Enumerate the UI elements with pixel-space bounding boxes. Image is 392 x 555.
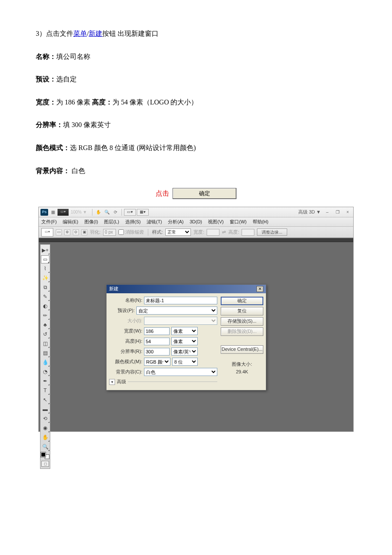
- doc-arrange-dropdown[interactable]: ▭▾: [58, 209, 69, 216]
- advanced-divider: [128, 382, 217, 382]
- shape-tool-icon[interactable]: ▬: [41, 405, 49, 413]
- divider: [92, 209, 92, 216]
- dlg-device-central-button[interactable]: Device Central(E)...: [221, 345, 263, 354]
- zoom-tool-icon[interactable]: 🔍: [103, 209, 111, 216]
- dlg-name-input[interactable]: [144, 297, 217, 304]
- style-label: 样式:: [152, 228, 163, 236]
- dlg-res-label: 分辨率(R):: [109, 348, 142, 356]
- advanced-label: 高级: [117, 378, 126, 386]
- advanced-toggle[interactable]: ▾: [109, 379, 115, 385]
- new-document-dialog: 新建 ✕ 名称(N): 预设(P): 自定: [106, 284, 266, 390]
- photoshop-window: Ps ▦ ▭▾ 100% ▼ ✋ 🔍 ⟳ ▭▾ ▦▾ 高级 3D ▼ – ❐ ×…: [38, 207, 354, 432]
- menu-window[interactable]: 窗口(W): [230, 218, 247, 226]
- dlg-color-select[interactable]: RGB 颜色: [144, 358, 170, 366]
- resolution-line: 分辨率：填 300 像素英寸: [36, 119, 356, 130]
- dlg-preset-select[interactable]: 自定: [136, 306, 217, 315]
- dialog-title-text: 新建: [109, 285, 118, 293]
- 3d-tool-icon[interactable]: ⟲: [41, 414, 49, 423]
- dlg-height-input[interactable]: [144, 338, 170, 345]
- crop-tool-icon[interactable]: ⧉: [41, 283, 49, 292]
- click-text: 点击: [156, 188, 169, 199]
- screen-mode2-dropdown[interactable]: ▦▾: [137, 209, 149, 216]
- hand-tool-icon[interactable]: ✋: [95, 209, 102, 216]
- dialog-close-button[interactable]: ✕: [257, 286, 263, 292]
- zoom-level[interactable]: 100% ▼: [69, 209, 88, 216]
- dlg-save-preset-button[interactable]: 存储预设(S)...: [221, 317, 263, 326]
- opt-height-input[interactable]: [242, 229, 254, 236]
- 3d-cam-tool-icon[interactable]: ◉: [41, 424, 49, 432]
- zoom-tool2-icon[interactable]: 🔍: [41, 442, 49, 451]
- opt-width-label: 宽度:: [193, 228, 204, 236]
- dlg-res-unit[interactable]: 像素/英寸: [171, 347, 198, 356]
- wand-tool-icon[interactable]: ✨: [41, 274, 49, 282]
- menu-help[interactable]: 帮助(H): [253, 218, 268, 226]
- dlg-width-input[interactable]: [144, 327, 170, 335]
- dlg-ok-button[interactable]: 确定: [221, 297, 263, 305]
- dlg-res-input[interactable]: [144, 348, 170, 356]
- app-title-bar: Ps ▦ ▭▾ 100% ▼ ✋ 🔍 ⟳ ▭▾ ▦▾ 高级 3D ▼ – ❐ ×: [39, 207, 353, 217]
- bg-line: 背景内容： 白色: [36, 165, 356, 176]
- menu-filter[interactable]: 滤镜(T): [147, 218, 162, 226]
- close-icon[interactable]: ×: [344, 209, 352, 216]
- screen-mode-dropdown[interactable]: ▭▾: [124, 209, 136, 216]
- history-brush-icon[interactable]: ↺: [41, 330, 49, 338]
- eraser-tool-icon[interactable]: ◫: [41, 339, 49, 348]
- dlg-bit-select[interactable]: 8 位: [172, 358, 198, 366]
- menu-3d[interactable]: 3D(D): [190, 218, 202, 226]
- restore-icon[interactable]: ❐: [334, 209, 341, 216]
- opt-width-input[interactable]: [207, 229, 219, 236]
- pen-tool-icon[interactable]: ✒: [41, 377, 49, 385]
- menu-layer[interactable]: 图层(L): [104, 218, 119, 226]
- marquee-tool-icon[interactable]: ▭: [41, 255, 49, 263]
- lasso-tool-icon[interactable]: ⌇: [41, 264, 49, 273]
- add-selection-icon[interactable]: ⊕: [64, 229, 70, 235]
- workspace-switcher[interactable]: 高级 3D ▼: [298, 208, 321, 216]
- rotate-view-icon[interactable]: ⟳: [112, 209, 119, 216]
- tab-strip: [39, 238, 353, 242]
- style-select[interactable]: 正常: [165, 228, 191, 236]
- dlg-width-unit[interactable]: 像素: [171, 327, 198, 335]
- divider: [121, 209, 122, 216]
- healing-tool-icon[interactable]: ◐: [41, 302, 49, 310]
- quick-mask-icon[interactable]: ◻: [41, 461, 49, 467]
- dodge-tool-icon[interactable]: ◔: [41, 367, 49, 376]
- brush-tool-icon[interactable]: ✏: [41, 311, 49, 320]
- minimize-icon[interactable]: –: [323, 209, 331, 216]
- antialias-checkbox[interactable]: [118, 229, 124, 235]
- menu-image[interactable]: 图像(I): [84, 218, 98, 226]
- dlg-width-label: 宽度(W):: [109, 327, 142, 335]
- tool-preset-picker[interactable]: ▭▾: [41, 228, 53, 237]
- feather-input[interactable]: [103, 229, 116, 236]
- menu-edit[interactable]: 编辑(E): [63, 218, 78, 226]
- options-bar: ▭▾ ▭ ⊕ ⊖ ▣ 羽化: 消除锯齿 样式: 正常 宽度: ⇌ 高度: 调整边…: [39, 227, 353, 238]
- new-selection-icon[interactable]: ▭: [56, 229, 62, 235]
- toolbox: ▶+ ▭ ⌇ ✨ ⧉ ✎ ◐ ✏ ♣ ↺ ◫ ▤ 💧 ◔ ✒ T ↖ ▬ ⟲ ◉: [40, 244, 50, 469]
- eyedropper-tool-icon[interactable]: ✎: [41, 292, 49, 301]
- type-tool-icon[interactable]: T: [41, 386, 49, 395]
- dlg-bg-label: 背景内容(C):: [109, 368, 142, 376]
- path-tool-icon[interactable]: ↖: [41, 396, 49, 404]
- gradient-tool-icon[interactable]: ▤: [41, 349, 49, 357]
- move-tool-icon[interactable]: ▶+: [41, 246, 49, 254]
- menu-select[interactable]: 选择(S): [125, 218, 141, 226]
- refine-edge-button[interactable]: 调整边缘...: [257, 228, 287, 236]
- menu-view[interactable]: 视图(V): [208, 218, 224, 226]
- hand-tool2-icon[interactable]: ✋: [41, 433, 49, 442]
- intersect-selection-icon[interactable]: ▣: [81, 229, 87, 235]
- menu-file[interactable]: 文件(F): [41, 218, 57, 226]
- menu-analysis[interactable]: 分析(A): [168, 218, 184, 226]
- dlg-bg-select[interactable]: 白色: [144, 368, 217, 376]
- link-wh-icon[interactable]: ⇌: [222, 228, 226, 236]
- blur-tool-icon[interactable]: 💧: [41, 358, 49, 367]
- menu-link[interactable]: 菜单: [73, 30, 87, 37]
- dlg-height-unit[interactable]: 像素: [171, 337, 198, 345]
- color-swatch[interactable]: [41, 452, 49, 459]
- dlg-reset-button[interactable]: 复位: [221, 307, 263, 315]
- subtract-selection-icon[interactable]: ⊖: [73, 229, 79, 235]
- preset-line: 预设：选自定: [36, 74, 356, 85]
- stamp-tool-icon[interactable]: ♣: [41, 321, 49, 329]
- bridge-icon[interactable]: ▦: [49, 209, 57, 216]
- new-link[interactable]: 新建: [89, 30, 102, 37]
- ok-button-demo: 确定: [173, 188, 236, 199]
- dlg-size-label: 大小(I):: [109, 317, 142, 325]
